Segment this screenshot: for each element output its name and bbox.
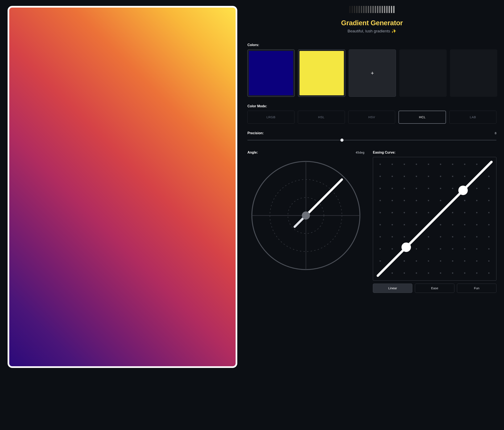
- svg-point-35: [379, 200, 381, 201]
- svg-point-8: [416, 164, 417, 165]
- svg-point-29: [428, 188, 429, 189]
- add-color-button[interactable]: +: [349, 49, 396, 97]
- svg-point-36: [392, 200, 393, 201]
- color-mode-row: LRGBHSLHSVHCLLAB: [247, 111, 496, 124]
- svg-point-31: [452, 188, 453, 189]
- svg-point-67: [404, 236, 405, 237]
- angle-easing-row: Angle: 45deg Easing Curve:: [247, 151, 496, 293]
- svg-point-70: [440, 236, 441, 237]
- color-swatch-fill: [249, 51, 293, 95]
- svg-point-21: [452, 176, 453, 177]
- svg-point-44: [488, 200, 489, 201]
- svg-point-65: [379, 236, 381, 237]
- colors-row: +: [247, 49, 496, 97]
- svg-point-60: [440, 224, 441, 225]
- svg-point-33: [476, 188, 477, 189]
- page-title: Gradient Generator: [247, 19, 496, 27]
- angle-dial-center: [302, 211, 310, 220]
- angle-dial[interactable]: [247, 157, 364, 274]
- svg-point-49: [428, 212, 429, 213]
- svg-point-34: [488, 188, 489, 189]
- svg-point-94: [488, 260, 489, 262]
- precision-block: Precision: 8: [247, 131, 496, 142]
- svg-point-80: [440, 248, 441, 250]
- svg-point-47: [404, 212, 405, 213]
- header-gradient-bars-icon: [247, 6, 496, 13]
- svg-point-64: [488, 224, 489, 225]
- color-swatch-1[interactable]: [298, 49, 345, 97]
- svg-point-71: [452, 236, 453, 237]
- angle-label: Angle:: [247, 151, 258, 154]
- svg-point-97: [404, 272, 405, 274]
- svg-point-51: [452, 212, 453, 213]
- easing-handle-p1[interactable]: [401, 243, 411, 252]
- svg-point-92: [464, 260, 465, 262]
- svg-point-46: [392, 212, 393, 213]
- svg-point-5: [379, 164, 381, 165]
- svg-point-66: [392, 236, 393, 237]
- svg-point-75: [379, 248, 381, 250]
- easing-curve-line: [378, 162, 492, 276]
- svg-point-11: [452, 164, 453, 165]
- svg-point-43: [476, 200, 477, 201]
- svg-point-18: [416, 176, 417, 177]
- svg-point-100: [440, 272, 441, 274]
- svg-point-22: [464, 176, 465, 177]
- svg-point-82: [464, 248, 465, 250]
- svg-point-12: [464, 164, 465, 165]
- svg-point-101: [452, 272, 453, 274]
- color-swatch-empty: [399, 49, 447, 97]
- color-mode-hsv[interactable]: HSV: [348, 111, 395, 124]
- svg-point-17: [404, 176, 405, 177]
- svg-point-26: [392, 188, 393, 189]
- svg-point-84: [488, 248, 489, 250]
- svg-point-53: [476, 212, 477, 213]
- precision-slider-track: [247, 140, 496, 140]
- easing-preset-fun[interactable]: Fun: [457, 284, 496, 293]
- svg-point-72: [464, 236, 465, 237]
- svg-point-57: [404, 224, 405, 225]
- svg-point-91: [452, 260, 453, 262]
- color-mode-hcl[interactable]: HCL: [398, 111, 446, 124]
- svg-point-69: [428, 236, 429, 237]
- color-swatch-0[interactable]: [247, 49, 295, 97]
- color-swatch-fill: [299, 51, 344, 95]
- svg-point-89: [428, 260, 429, 262]
- svg-point-99: [428, 272, 429, 274]
- precision-slider[interactable]: [247, 139, 496, 142]
- svg-point-81: [452, 248, 453, 250]
- svg-point-16: [392, 176, 393, 177]
- svg-point-42: [464, 200, 465, 201]
- svg-point-54: [488, 212, 489, 213]
- color-mode-lrgb[interactable]: LRGB: [247, 111, 295, 124]
- easing-block: Easing Curve: LinearEaseFun: [373, 151, 496, 293]
- svg-point-104: [488, 272, 489, 274]
- svg-point-30: [440, 188, 441, 189]
- svg-point-96: [392, 272, 393, 274]
- easing-preset-linear[interactable]: Linear: [373, 284, 412, 293]
- colors-label: Colors:: [247, 43, 496, 47]
- svg-point-19: [428, 176, 429, 177]
- color-mode-hsl[interactable]: HSL: [298, 111, 345, 124]
- svg-point-40: [440, 200, 441, 201]
- svg-point-28: [416, 188, 417, 189]
- svg-point-85: [379, 260, 381, 262]
- svg-point-76: [392, 248, 393, 250]
- color-mode-label: Color Mode:: [247, 104, 496, 108]
- svg-point-79: [428, 248, 429, 250]
- color-mode-lab[interactable]: LAB: [449, 111, 496, 124]
- easing-label: Easing Curve:: [373, 151, 496, 154]
- svg-point-88: [416, 260, 417, 262]
- easing-curve-editor[interactable]: [373, 157, 496, 281]
- svg-point-103: [476, 272, 477, 274]
- svg-point-13: [476, 164, 477, 165]
- svg-point-25: [379, 188, 381, 189]
- precision-slider-thumb[interactable]: [341, 139, 344, 141]
- angle-value: 45deg: [356, 151, 364, 154]
- svg-point-98: [416, 272, 417, 274]
- controls-panel: Gradient Generator Beautiful, lush gradi…: [247, 6, 496, 421]
- svg-point-90: [440, 260, 441, 262]
- easing-preset-ease[interactable]: Ease: [415, 284, 454, 293]
- easing-handle-p2[interactable]: [459, 186, 468, 195]
- preview-column: [8, 6, 237, 421]
